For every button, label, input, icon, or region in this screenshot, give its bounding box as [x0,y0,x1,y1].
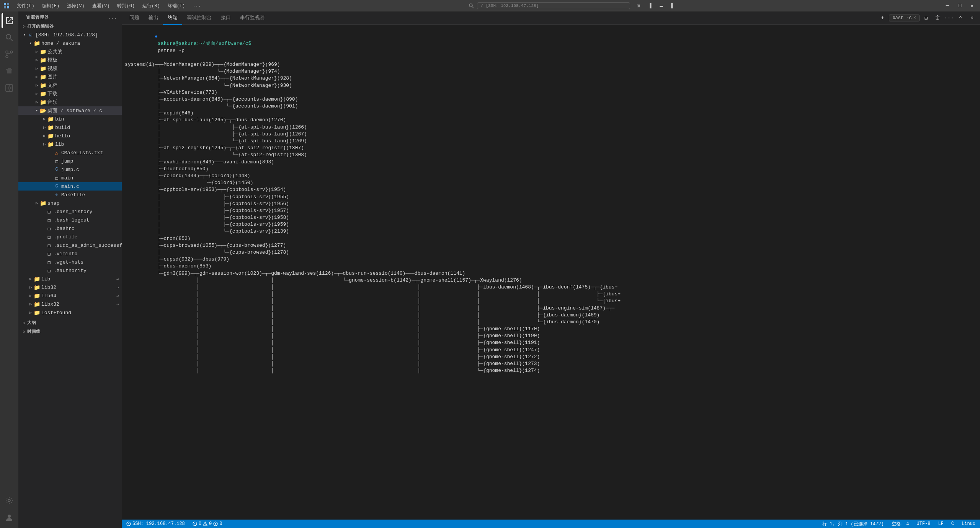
terminal-close-icon[interactable]: × [913,15,916,21]
tree-jump[interactable]: ▷ ◻ jump [18,157,122,165]
tree-lib-root[interactable]: ▷ 📁 lib ↵ [18,275,122,283]
panel-tab-ports[interactable]: 接口 [216,11,235,25]
tree-main-c[interactable]: ▷ C main.c [18,182,122,191]
tree-jump-c[interactable]: ▷ C jump.c [18,165,122,174]
split-terminal-button[interactable]: ⊟ [921,15,931,21]
maximize-panel-button[interactable]: ⌃ [956,15,965,21]
menu-terminal[interactable]: 终端(T) [165,2,188,10]
close-panel-button[interactable]: × [967,15,977,21]
profile-label: .profile [54,234,77,240]
tree-viminfo[interactable]: ▷ ◻ .viminfo [18,249,122,258]
layout-icon[interactable]: ⊞ [633,2,643,9]
panel-tab-problems[interactable]: 问题 [125,11,144,25]
tree-wget[interactable]: ▷ ◻ .wget-hsts [18,258,122,266]
timeline-section[interactable]: ▷ 时间线 [18,327,122,336]
term-out-27: │ └─{cups-browsed}(1278) [125,249,977,256]
tree-bashrc[interactable]: ▷ ◻ .bashrc [18,224,122,233]
status-language[interactable]: C [950,520,956,528]
tree-sudo[interactable]: ▷ ◻ .sudo_as_admin_successful [18,241,122,249]
activity-settings[interactable] [2,493,17,508]
status-os[interactable]: Linux [960,520,977,528]
tree-libx32[interactable]: ▷ 📁 libx32 ↵ [18,300,122,308]
activity-remote[interactable] [2,80,17,96]
menu-goto[interactable]: 转到(G) [114,2,138,10]
activity-source-control[interactable] [2,47,17,62]
tree-snap[interactable]: ▷ 📁 snap [18,199,122,207]
menu-edit[interactable]: 编辑(E) [39,2,63,10]
menu-run[interactable]: 运行(R) [139,2,163,10]
terminal[interactable]: ● sakura@sakura:~/桌面/software/c$ pstree … [122,25,980,520]
activity-toggle[interactable]: ▌ [668,2,678,9]
status-cursor[interactable]: 行 1, 列 1 (已选择 1472) [821,520,885,528]
tree-bash-history[interactable]: ▷ ◻ .bash_history [18,207,122,216]
tree-software[interactable]: ▾ 📂 桌面 / software / c [18,106,122,115]
home-sakura-folder[interactable]: ▾ 📁 home / sakura [18,39,122,47]
tree-gonggongde[interactable]: ▷ 📁 公共的 [18,47,122,56]
activity-extensions[interactable] [2,64,17,79]
search-bar[interactable]: / [SSH: 192.168.47.128] [477,2,630,9]
tree-tupian[interactable]: ▷ 📁 图片 [18,73,122,81]
tree-profile[interactable]: ▷ ◻ .profile [18,233,122,241]
bash-logout-label: .bash_logout [54,217,90,223]
tree-bin[interactable]: ▷ 📁 bin [18,115,122,123]
tree-xiazai[interactable]: ▷ 📁 下载 [18,90,122,98]
status-line-ending[interactable]: LF [936,520,945,528]
tree-main[interactable]: ▷ ◻ main [18,174,122,182]
panel-tab-debug[interactable]: 调试控制台 [182,11,216,25]
xiazai-label: 下载 [47,90,57,97]
activity-explorer[interactable] [2,13,17,28]
tree-yinyue[interactable]: ▷ 📁 音乐 [18,98,122,106]
panel-tab-serial[interactable]: 串行监视器 [235,11,270,25]
new-terminal-button[interactable]: + [877,15,887,21]
open-editors-section[interactable]: ▷ 打开的编辑器 [18,22,122,31]
jump-c-icon: C [54,166,60,173]
prompt-dot: ● [155,34,158,39]
sidebar-toggle[interactable]: ▐ [645,2,655,9]
sidebar-more-icon[interactable]: ... [108,15,117,20]
panel-tab-terminal[interactable]: 终端 [163,11,182,25]
status-ssh[interactable]: SSH: 192.168.47.128 [125,520,186,528]
trash-terminal-button[interactable]: 🗑 [933,15,942,21]
tree-lib64[interactable]: ▷ 📁 lib64 ↵ [18,292,122,300]
tree-lib-inner[interactable]: ▷ 📁 lib [18,140,122,148]
menu-view[interactable]: 查看(V) [89,2,113,10]
restore-button[interactable]: □ [955,2,965,9]
sidebar-content[interactable]: ▷ 打开的编辑器 ▾ ⊡ [SSH: 192.168.47.128] ▾ 📁 h… [18,22,122,528]
tree-wendang[interactable]: ▷ 📁 文档 [18,81,122,90]
more-terminal-button[interactable]: ··· [944,15,954,21]
snap-arrow: ▷ [34,200,40,206]
tree-build[interactable]: ▷ 📁 build [18,123,122,132]
tree-bash-logout[interactable]: ▷ ◻ .bash_logout [18,216,122,224]
tree-hello[interactable]: ▷ 📁 hello [18,132,122,140]
shipin-label: 视频 [47,65,57,72]
open-editors-label: 打开的编辑器 [27,23,54,29]
ssh-root[interactable]: ▾ ⊡ [SSH: 192.168.47.128] [18,31,122,39]
tree-moban[interactable]: ▷ 📁 模板 [18,56,122,64]
menu-select[interactable]: 选择(V) [64,2,88,10]
tree-lib32[interactable]: ▷ 📁 lib32 ↵ [18,283,122,292]
activity-search[interactable] [2,30,17,45]
panel-tab-output[interactable]: 输出 [144,11,163,25]
status-errors[interactable]: 0 0 0 [191,520,224,528]
search-path: / [SSH: 192.168.47.128] [480,3,539,8]
libx32-label: libx32 [41,301,59,307]
menu-more[interactable]: ... [189,2,204,10]
tree-makefile[interactable]: ▷ ⚙ Makefile [18,191,122,199]
terminal-tab-bash[interactable]: bash -c × [889,15,920,21]
close-button[interactable]: ✕ [967,2,977,9]
term-out-8: ├─at-spi-bus-laun(1265)─┬─dbus-daemon(12… [125,117,977,124]
menu-file[interactable]: 文件(F) [14,2,38,10]
outline-section[interactable]: ▷ 大纲 [18,318,122,327]
status-spaces[interactable]: 空格: 4 [890,520,911,528]
status-encoding[interactable]: UTF-8 [915,520,932,528]
term-out-0: systemd(1)─┬─ModemManager(909)─┬─{ModemM… [125,61,977,68]
jump-c-label: jump.c [61,167,79,173]
minimize-button[interactable]: ─ [942,2,952,9]
tree-shipin[interactable]: ▷ 📁 视频 [18,64,122,73]
activity-user[interactable] [2,510,17,525]
lib-root-icon: 📁 [34,276,40,282]
tree-xauthority[interactable]: ▷ ◻ .Xauthority [18,266,122,275]
tree-cmake[interactable]: ▷ △ CMakeLists.txt [18,148,122,157]
panel-toggle[interactable]: ▬ [656,2,666,9]
tree-lost-found[interactable]: ▷ 📁 lost+found [18,308,122,317]
